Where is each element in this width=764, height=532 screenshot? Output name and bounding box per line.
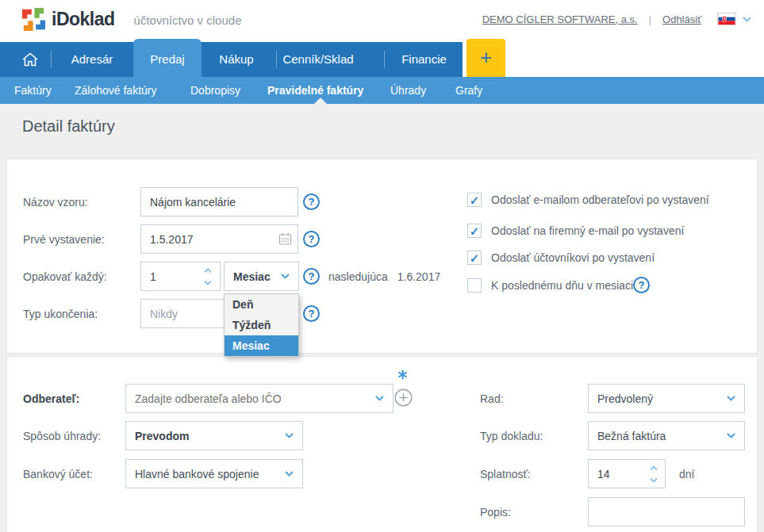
description-input[interactable] [588,497,745,526]
customer-label: Odberateľ: [23,384,80,413]
idoklad-logo-icon [22,8,45,31]
first-issue-date-input[interactable] [140,224,298,254]
period-dropdown-list: Deň Týždeň Mesiac [224,293,299,357]
active-tab-pointer [314,98,327,104]
dropdown-option-mesiac[interactable]: Mesiac [225,335,298,356]
end-type-label: Typ ukončenia: [23,299,98,328]
bank-account-label: Bankový účet: [23,459,93,488]
document-type-select[interactable]: Bežná faktúra [588,421,745,450]
template-name-input[interactable] [140,187,298,216]
calendar-icon[interactable] [278,232,292,249]
logout-link[interactable]: Odhlásiť [662,13,701,25]
stepper-up-icon [650,465,658,471]
checkbox-send-accountant-label: Odoslať účtovníkovi po vystavení [491,251,655,265]
subnav-tab-uhrady[interactable]: Úhrady [390,77,426,104]
subnav-tab-dobropisy[interactable]: Dobropisy [190,77,240,104]
bank-account-value: Hlavné bankové spojenie [135,468,259,480]
due-days-stepper[interactable] [650,465,659,483]
number-series-value: Predvolený [597,392,653,405]
chevron-down-icon [285,471,294,477]
checkbox-send-email-customer[interactable] [467,193,482,207]
chevron-down-icon [285,433,294,438]
nav-tab-nakup[interactable]: Nákup [202,42,271,77]
nav-divider [51,51,52,68]
brand-name: iDoklad [52,9,115,30]
dropdown-option-den[interactable]: Deň [225,294,298,315]
chevron-down-icon [375,396,384,401]
slovak-flag-icon [717,13,736,25]
nav-divider [384,51,385,68]
nav-tab-financie[interactable]: Financie [386,42,463,77]
template-name-label: Názov vzoru: [23,187,88,216]
repeat-every-label: Opakovať každý: [23,262,107,291]
checkbox-send-accountant[interactable] [467,251,482,265]
payment-method-select[interactable]: Prevodom [125,421,303,450]
chevron-down-icon [727,396,735,401]
nav-tab-cennik-sklad[interactable]: Cenník/Sklad [278,42,359,77]
number-series-select[interactable]: Predvolený [588,384,745,413]
required-asterisk-icon [397,369,408,380]
description-label: Popis: [480,497,511,526]
checkbox-last-day-of-month-label: K poslednému dňu v mesiaci [491,278,633,293]
payment-method-label: Spôsob úhrady: [23,421,101,450]
last-day-help-icon[interactable] [633,277,650,293]
chevron-down-icon [727,433,735,438]
nav-tab-predaj[interactable]: Predaj [133,39,202,77]
next-issue-info: nasledujúca 1.6.2017 [328,262,440,291]
account-link[interactable]: DEMO CÍGLER SOFTWARE, a.s. [482,13,638,25]
nav-home-tab[interactable] [21,52,40,68]
sub-nav: Faktúry Zálohové faktúry Dobropisy Pravi… [0,77,764,104]
customer-combobox[interactable] [125,384,394,413]
chevron-down-icon [743,17,751,22]
checkbox-send-company-email[interactable] [467,224,482,238]
first-issue-help-icon[interactable] [303,231,320,247]
stepper-down-icon [650,477,658,483]
due-days-unit: dní [679,459,694,488]
template-name-help-icon[interactable] [303,193,320,210]
repeat-every-stepper[interactable] [204,268,213,285]
chevron-down-icon [281,274,290,279]
invoice-settings-panel: Názov vzoru: Prvé vystavenie: Opakovať k… [6,159,758,354]
subnav-tab-faktury[interactable]: Faktúry [14,77,52,104]
language-selector[interactable] [717,13,751,25]
checkbox-send-email-customer-label: Odoslať e-mailom odberateľovi po vystave… [491,193,709,207]
home-icon [21,52,39,67]
nav-divider [276,51,277,68]
due-days-label: Splatnosť: [480,459,531,488]
customer-input[interactable] [135,392,375,405]
page-title: Detail faktúry [22,117,115,136]
customer-settings-panel: Odberateľ: Spôsob úhrady: Prevodom Banko… [6,356,758,532]
stepper-up-icon [204,268,212,274]
add-customer-button[interactable] [394,388,413,407]
add-button[interactable]: + [466,39,505,77]
stepper-down-icon [204,280,212,285]
checkbox-send-company-email-label: Odoslať na firemný e-mail po vystavení [491,224,684,238]
document-type-value: Bežná faktúra [597,430,666,442]
end-type-help-icon[interactable] [303,305,320,322]
main-nav: Adresár Predaj Nákup Cenník/Sklad Financ… [0,38,764,77]
next-issue-date: 1.6.2017 [397,270,441,283]
app-header: iDoklad účtovníctvo v cloude DEMO CÍGLER… [0,0,764,38]
checkbox-last-day-of-month[interactable] [467,278,482,293]
repeat-period-select[interactable]: Mesiac [224,262,299,291]
first-issue-label: Prvé vystavenie: [23,224,105,254]
subnav-tab-grafy[interactable]: Grafy [455,77,482,104]
brand-tagline: účtovníctvo v cloude [134,13,242,27]
subnav-tab-zalohove-faktury[interactable]: Zálohové faktúry [75,77,157,104]
bank-account-select[interactable]: Hlavné bankové spojenie [125,459,303,488]
document-type-label: Typ dokladu: [480,421,543,450]
dropdown-option-tyzden[interactable]: Týždeň [225,315,298,335]
payment-method-value: Prevodom [135,430,189,442]
number-series-label: Rad: [480,384,504,413]
nav-tab-adresar[interactable]: Adresár [52,42,132,77]
repeat-every-help-icon[interactable] [303,268,320,285]
next-issue-text: nasledujúca [328,270,388,283]
repeat-period-value: Mesiac [233,270,271,283]
header-separator: | [649,13,651,25]
